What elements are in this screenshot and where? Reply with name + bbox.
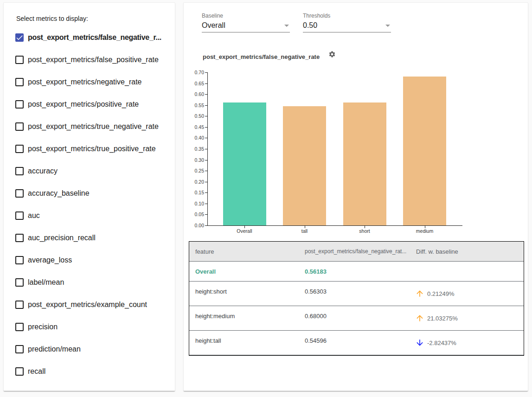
baseline-dropdown-arrow-icon[interactable] bbox=[284, 25, 289, 27]
cell-feature: height:short bbox=[189, 288, 300, 295]
metric-item-post_export_metrics-true_negative_rate[interactable]: post_export_metrics/true_negative_rate bbox=[4, 115, 175, 138]
checkbox-unchecked-icon[interactable] bbox=[15, 301, 24, 309]
bar-medium bbox=[403, 77, 446, 225]
cell-diff bbox=[410, 262, 524, 281]
diff-text: 21.03275% bbox=[427, 315, 458, 322]
x-axis-line bbox=[207, 225, 462, 226]
y-tick-label: 0.05 bbox=[190, 211, 204, 217]
cell-value: 0.56183 bbox=[300, 268, 410, 275]
arrow-up-icon bbox=[415, 289, 424, 298]
table-row-Overall: Overall0.56183 bbox=[189, 262, 524, 282]
checkbox-unchecked-icon[interactable] bbox=[15, 122, 24, 131]
results-panel: Baseline Overall Thresholds 0.50 post_ex… bbox=[183, 2, 528, 391]
cell-feature: Overall bbox=[189, 268, 300, 275]
diff-text: 0.21249% bbox=[427, 290, 455, 297]
x-tick-label-Overall: Overall bbox=[221, 228, 268, 234]
metric-label: average_loss bbox=[28, 256, 72, 264]
metric-item-precision[interactable]: precision bbox=[4, 316, 175, 338]
metric-label: auc_precision_recall bbox=[28, 234, 96, 242]
checkbox-unchecked-icon[interactable] bbox=[15, 278, 24, 287]
baseline-label: Baseline bbox=[202, 13, 290, 19]
metric-item-post_export_metrics-example_count[interactable]: post_export_metrics/example_count bbox=[4, 294, 175, 316]
y-tick-label: 0.70 bbox=[190, 70, 204, 75]
metrics-table: feature post_export_metrics/false_negati… bbox=[189, 241, 524, 356]
checkbox-unchecked-icon[interactable] bbox=[15, 345, 24, 353]
checkbox-unchecked-icon[interactable] bbox=[15, 256, 24, 264]
metric-label: auc bbox=[28, 211, 40, 220]
x-tick-label-short: short bbox=[341, 228, 388, 234]
bar-short bbox=[343, 102, 386, 225]
bar-Overall bbox=[223, 102, 266, 225]
metric-label: post_export_metrics/true_negative_rate bbox=[28, 122, 159, 131]
y-tick-label: 0.30 bbox=[190, 157, 204, 163]
checkbox-unchecked-icon[interactable] bbox=[15, 189, 24, 198]
metrics-panel: Select metrics to display: post_export_m… bbox=[3, 2, 175, 391]
y-tick-label: 0.20 bbox=[190, 179, 204, 185]
cell-value: 0.68000 bbox=[300, 313, 410, 320]
metric-item-post_export_metrics-negative_rate[interactable]: post_export_metrics/negative_rate bbox=[4, 71, 175, 93]
y-axis-line bbox=[207, 72, 208, 225]
checkbox-unchecked-icon[interactable] bbox=[15, 145, 24, 153]
cell-diff: 21.03275% bbox=[410, 306, 524, 330]
metrics-panel-title: Select metrics to display: bbox=[16, 15, 88, 22]
arrow-down-icon bbox=[415, 338, 424, 347]
metric-label: precision bbox=[28, 323, 58, 331]
y-tick-label: 0.50 bbox=[190, 113, 204, 119]
metric-item-average_loss[interactable]: average_loss bbox=[4, 249, 175, 271]
metric-item-label-mean[interactable]: label/mean bbox=[4, 271, 175, 294]
col-header-metric: post_export_metrics/false_negative_rat..… bbox=[300, 248, 410, 255]
metrics-list: post_export_metrics/false_negative_r...p… bbox=[4, 26, 175, 383]
metric-item-auc_precision_recall[interactable]: auc_precision_recall bbox=[4, 227, 175, 249]
metric-item-accuracy[interactable]: accuracy bbox=[4, 160, 175, 182]
metric-item-post_export_metrics-positive_rate[interactable]: post_export_metrics/positive_rate bbox=[4, 93, 175, 115]
table-row-height-medium: height:medium0.6800021.03275% bbox=[189, 306, 524, 331]
checkbox-unchecked-icon[interactable] bbox=[15, 100, 24, 109]
checkbox-unchecked-icon[interactable] bbox=[15, 211, 24, 220]
checkbox-unchecked-icon[interactable] bbox=[15, 167, 24, 175]
diff-text: -2.82437% bbox=[427, 339, 456, 346]
y-tick-label: 0.65 bbox=[190, 81, 204, 86]
x-tick-label-medium: medium bbox=[402, 228, 448, 234]
metric-label: post_export_metrics/example_count bbox=[28, 301, 147, 309]
metric-label: post_export_metrics/false_positive_rate bbox=[28, 56, 159, 64]
y-tick-label: 0.15 bbox=[190, 190, 204, 195]
thresholds-dropdown[interactable]: Thresholds 0.50 bbox=[303, 13, 391, 32]
metric-item-auc[interactable]: auc bbox=[4, 205, 175, 227]
gear-icon[interactable] bbox=[328, 51, 336, 60]
chart-title: post_export_metrics/false_negative_rate bbox=[203, 53, 320, 60]
y-tick-label: 0.10 bbox=[190, 201, 204, 206]
metric-label: post_export_metrics/negative_rate bbox=[28, 78, 141, 86]
checkbox-unchecked-icon[interactable] bbox=[15, 367, 24, 376]
col-header-feature: feature bbox=[189, 248, 300, 255]
cell-diff: 0.21249% bbox=[410, 282, 524, 306]
cell-value: 0.54596 bbox=[300, 337, 410, 344]
checkbox-unchecked-icon[interactable] bbox=[15, 56, 24, 64]
col-header-diff: Diff. w. baseline bbox=[410, 248, 524, 255]
metric-item-recall[interactable]: recall bbox=[4, 360, 175, 383]
metric-label: post_export_metrics/false_negative_r... bbox=[28, 33, 161, 42]
thresholds-dropdown-arrow-icon[interactable] bbox=[385, 25, 390, 27]
metric-label: post_export_metrics/true_positive_rate bbox=[28, 145, 156, 153]
y-tick-label: 0.00 bbox=[190, 223, 204, 228]
metric-item-post_export_metrics-false_positive_rate[interactable]: post_export_metrics/false_positive_rate bbox=[4, 49, 175, 71]
checkbox-unchecked-icon[interactable] bbox=[15, 323, 24, 331]
y-tick-label: 0.25 bbox=[190, 168, 204, 173]
metric-item-accuracy_baseline[interactable]: accuracy_baseline bbox=[4, 182, 175, 205]
metric-item-post_export_metrics-false_negative_r---[interactable]: post_export_metrics/false_negative_r... bbox=[4, 26, 175, 49]
thresholds-label: Thresholds bbox=[303, 13, 391, 19]
checkbox-unchecked-icon[interactable] bbox=[15, 78, 24, 86]
bar-tall bbox=[283, 106, 326, 225]
metric-label: label/mean bbox=[28, 278, 64, 287]
cell-diff: -2.82437% bbox=[410, 331, 524, 355]
x-tick-label-tall: tall bbox=[282, 228, 328, 234]
table-row-height-short: height:short0.563030.21249% bbox=[189, 282, 524, 306]
metric-item-prediction-mean[interactable]: prediction/mean bbox=[4, 338, 175, 360]
checkbox-unchecked-icon[interactable] bbox=[15, 234, 24, 242]
metric-item-post_export_metrics-true_positive_rate[interactable]: post_export_metrics/true_positive_rate bbox=[4, 138, 175, 160]
metric-label: accuracy bbox=[28, 167, 58, 175]
checkbox-checked-icon[interactable] bbox=[15, 33, 24, 42]
metric-label: post_export_metrics/positive_rate bbox=[28, 100, 139, 109]
baseline-dropdown[interactable]: Baseline Overall bbox=[202, 13, 290, 32]
y-tick-label: 0.40 bbox=[190, 135, 204, 141]
thresholds-value: 0.50 bbox=[303, 19, 391, 32]
